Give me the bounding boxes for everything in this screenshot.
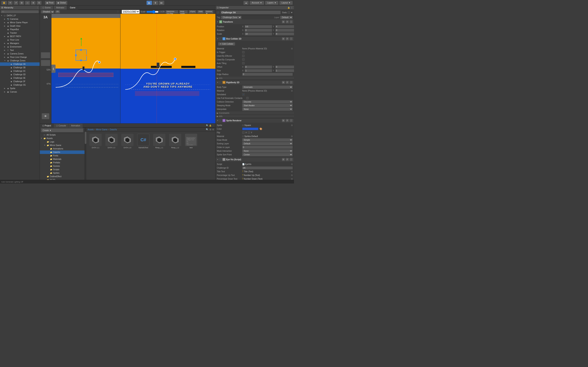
rb-colldet-select[interactable]: Discrete <box>242 100 293 104</box>
bc-edgeradius-input[interactable] <box>242 73 293 76</box>
ev-action2[interactable]: ↺ <box>286 158 289 161</box>
sidebar-item-scenes[interactable]: 📁 Scenes <box>40 164 85 168</box>
sidebar-item-prefabs[interactable]: 📁 Prefabs <box>40 161 85 164</box>
hand-tool-btn[interactable]: ✋ <box>1 1 7 5</box>
sr-flip-y-cb[interactable] <box>248 131 250 134</box>
edit-collider-btn[interactable]: ✏ Edit Collider <box>218 42 235 46</box>
rb-action1[interactable]: ⊞ <box>282 81 285 84</box>
nav-arrow-left[interactable]: ❮ <box>52 65 56 73</box>
inspector-lock-icon[interactable]: 🔒 <box>287 7 290 9</box>
static-arrow[interactable]: ▼ <box>291 11 293 14</box>
rigidbody-header[interactable]: ▼ rb Rigidbody 2D ⊞ ↺ ⋮ <box>216 80 294 85</box>
bc-autotiling-cb[interactable] <box>242 62 245 64</box>
sr-color-swatch[interactable] <box>242 127 259 130</box>
rb-action2[interactable]: ↺ <box>286 81 289 84</box>
tab-scene[interactable]: ⬡ Scene <box>40 6 53 9</box>
transform-header[interactable]: ▼ ⊕ Transform ⊞ ↺ ⋮ <box>216 20 294 24</box>
rotate-tool-btn[interactable]: ↺ <box>13 1 18 5</box>
pause-btn[interactable]: ⏸ <box>153 1 158 5</box>
tag-select[interactable]: Challenge Zone <box>221 16 242 19</box>
custom-tool-btn[interactable]: ☰ <box>36 1 42 5</box>
rect-tool-btn[interactable]: ▭ <box>25 1 30 5</box>
pivot-btn[interactable]: ◉ Pivot <box>45 1 55 5</box>
bc-action3[interactable]: ⋮ <box>290 37 293 40</box>
bc-trigger-cb[interactable] <box>242 51 245 53</box>
boxcollider-enable-cb[interactable] <box>219 38 222 40</box>
tree-item-challenge3b[interactable]: ◆ Challenge 3B <box>0 66 40 69</box>
rb-info-label[interactable]: ▶ Info <box>217 115 293 117</box>
sr-drawmode-select[interactable]: Simple <box>242 138 293 142</box>
shaded-select[interactable]: Shaded <box>41 10 54 13</box>
sr-spritesortpoint-select[interactable]: Center <box>242 153 293 156</box>
tree-item-challenge3a[interactable]: ◆ Challenge 3A <box>0 62 40 66</box>
rb-bodytype-select[interactable]: Kinematic <box>242 85 293 89</box>
tree-item-challenge3e[interactable]: ◆ Challenge 3E <box>0 76 40 80</box>
sidebar-item-assets[interactable]: ▼ 📁 Assets <box>40 137 85 140</box>
layers-btn[interactable]: Layers ▼ <box>265 1 278 5</box>
create-btn[interactable]: Create ▼ <box>41 128 83 132</box>
tree-item-deathview[interactable]: ▶ ◆ Death View <box>0 24 40 28</box>
tree-item-challenge3f[interactable]: ◆ Challenge 3F <box>0 80 40 83</box>
inspector-menu-btn[interactable]: ⋮ <box>291 7 293 9</box>
collapse-btn[interactable]: ⋮ <box>117 10 119 13</box>
bc-action1[interactable]: ⊞ <box>282 37 285 40</box>
sr-orderinlayer-input[interactable] <box>242 146 293 149</box>
ev-action1[interactable]: ⊞ <box>282 158 285 161</box>
tree-item-floorline[interactable]: ◆ Floor Line <box>0 38 40 42</box>
bc-material-dot[interactable]: ⊙ <box>291 47 293 50</box>
gizmos-btn[interactable]: Gizmos ▼ <box>205 10 213 13</box>
transform-action1[interactable]: ⊞ <box>282 20 285 24</box>
sr-action2[interactable]: ↺ <box>286 119 289 122</box>
asset-nameistext[interactable]: C# NamelsText <box>136 134 150 149</box>
sr-enable-cb[interactable] <box>219 119 222 122</box>
breadcrumb-datavis[interactable]: DataVis <box>110 128 117 131</box>
transform-action2[interactable]: ↺ <box>286 20 289 24</box>
tree-item-env[interactable]: ▶ ◆ Environment <box>0 45 40 49</box>
tab-animator[interactable]: Animator <box>53 6 67 9</box>
breadcrumb-assets[interactable]: Assets <box>87 128 94 131</box>
mute-btn[interactable]: Mute Audio <box>179 10 188 13</box>
vsync-btn[interactable]: VSync <box>189 10 196 13</box>
global-btn[interactable]: ◉ Global <box>56 1 67 5</box>
tree-item-data13[interactable]: ▼ ⬡ DATA 1.3* <box>0 14 40 17</box>
asset-data11[interactable]: DATA 1.1 <box>88 134 103 149</box>
ev-challengeid-input[interactable] <box>242 166 293 169</box>
tree-item-text[interactable]: ▶ T Text <box>0 49 40 52</box>
bc-info-label[interactable]: ▶ Info <box>217 77 293 79</box>
sr-action3[interactable]: ⋮ <box>290 119 293 122</box>
stats-btn[interactable]: Stats <box>197 10 204 13</box>
layout-btn[interactable]: Layout ▼ <box>279 1 293 5</box>
sr-color-picker-btn[interactable]: 🎨 <box>259 127 263 131</box>
tab-project[interactable]: ⬡ Project <box>40 124 54 128</box>
bc-action2[interactable]: ↺ <box>286 37 289 40</box>
transform-tool-btn[interactable]: ⊕ <box>31 1 36 5</box>
cloud-btn[interactable]: ☁ <box>243 1 249 5</box>
rb-action3[interactable]: ⋮ <box>290 81 293 84</box>
scrollbar-thumb[interactable] <box>85 132 86 144</box>
tree-item-cameras[interactable]: ▶ 📷 Cameras <box>0 17 40 21</box>
step-btn[interactable]: ⏭ <box>159 1 164 5</box>
layer-select[interactable]: Default <box>280 16 293 19</box>
bc-size-x[interactable] <box>245 69 272 72</box>
rb-constraints-label[interactable]: ▶ Constraints <box>217 112 293 114</box>
tab-console[interactable]: ⬡ Console <box>54 124 69 128</box>
tree-item-floorlinechange[interactable]: ▶ ◆ Floor Line Change <box>0 55 40 59</box>
static-checkbox[interactable] <box>288 11 290 14</box>
object-active-checkbox[interactable] <box>217 11 219 14</box>
tree-item-canvas[interactable]: ▶ ▣ Canvas <box>0 90 40 94</box>
sidebar-item-datavis[interactable]: 📁 DataVis <box>40 150 85 154</box>
bc-effector-cb[interactable] <box>242 55 245 57</box>
bc-offset-y[interactable] <box>275 66 294 68</box>
asset-data13[interactable]: DATA 1.3 <box>120 134 135 149</box>
scale-slider[interactable] <box>146 11 159 13</box>
tree-item-playerbot[interactable]: ◆ PlayerBot <box>0 28 40 31</box>
sidebar-item-outline-effect[interactable]: 📁 OutlineEffect <box>40 175 85 178</box>
sr-material-dot[interactable]: ⊙ <box>291 135 293 138</box>
eyevis-header[interactable]: ▼ ⬡ Eye Vis (Script) ⊞ ↺ ⋮ <box>216 157 294 162</box>
tree-item-sprite[interactable]: ▶ ◆ Sprite <box>0 87 40 90</box>
rot-x[interactable] <box>245 29 272 32</box>
project-scrollbar[interactable] <box>85 128 86 184</box>
ev-titletext-dot[interactable]: ⊙ <box>291 170 293 173</box>
pos-y[interactable] <box>275 25 294 28</box>
eye-icon-box[interactable]: 👁 <box>42 113 49 119</box>
